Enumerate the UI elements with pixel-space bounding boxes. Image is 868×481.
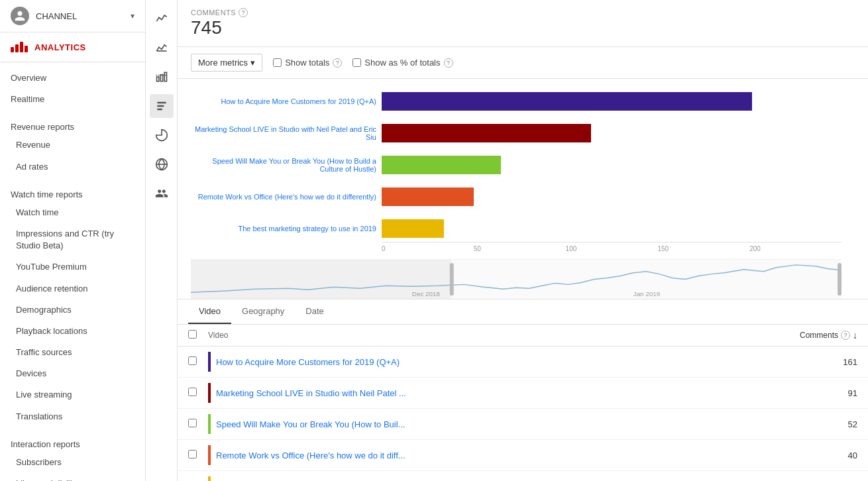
sidebar-item-likes-dislikes[interactable]: Likes and dislikes [0,473,145,481]
bar-container [382,219,841,238]
comments-col-help-icon[interactable]: ? [841,331,850,340]
x-tick-150: 150 [657,245,749,252]
bar-fill [382,92,752,111]
sidebar-item-revenue[interactable]: Revenue [0,134,145,156]
bar-link[interactable]: Marketing School LIVE in Studio with Nei… [195,125,376,141]
combo-chart-icon[interactable] [150,65,174,89]
bar-fill [382,156,501,174]
header-video-col: Video [208,331,800,340]
sidebar-item-playback-locations[interactable]: Playback locations [0,321,145,342]
bar-label: How to Acquire More Customers for 2019 (… [191,97,376,105]
sidebar-item-demographics[interactable]: Demographics [0,299,145,321]
sidebar-item-impressions-ctr[interactable]: Impressions and CTR (try Studio Beta) [0,223,145,256]
bar-chart-section: How to Acquire More Customers for 2019 (… [178,79,868,299]
bar-row: Marketing School LIVE in Studio with Nei… [191,124,841,142]
row-comments-value: 52 [818,419,857,429]
show-percent-checkbox[interactable] [353,58,361,67]
row-color-indicator [208,383,211,403]
x-tick-50: 50 [474,245,566,252]
header-checkbox-cell [188,330,208,341]
tab-geography[interactable]: Geography [231,299,295,324]
people-icon[interactable] [150,182,174,205]
table-row: Remote Work vs Office (Here's how we do … [178,440,868,471]
sidebar-item-realtime[interactable]: Realtime [0,89,145,110]
chevron-down-icon: ▾ [131,11,135,21]
bar-link[interactable]: Speed Will Make You or Break You (How to… [212,157,376,173]
tab-date[interactable]: Date [295,299,334,324]
bar-row: Remote Work vs Office (Here's how we do … [191,187,841,206]
content: COMMENTS ? 745 More metrics ▾ Show total… [178,0,868,481]
svg-rect-1 [156,77,158,81]
bar-link[interactable]: Remote Work vs Office (Here's how we do … [198,193,376,201]
bar-fill [382,187,474,206]
line-chart-icon[interactable] [150,7,174,30]
row-checkbox-1[interactable] [188,388,197,396]
row-video-link[interactable]: How to Acquire More Customers for 2019 (… [216,357,400,367]
row-checkbox-cell [188,356,208,367]
svg-rect-3 [164,72,166,81]
pie-chart-icon[interactable] [150,123,174,147]
channel-name: CHANNEL [36,11,124,21]
sidebar-item-overview[interactable]: Overview [0,68,145,89]
svg-rect-14 [838,263,841,295]
sidebar-item-revenue-reports[interactable]: Revenue reports [0,115,145,134]
bar-container [382,187,841,206]
show-percent-help-icon[interactable]: ? [444,58,453,68]
tab-video[interactable]: Video [188,299,231,324]
sidebar-item-watch-time-reports[interactable]: Watch time reports [0,183,145,202]
select-all-checkbox[interactable] [188,330,197,339]
bar-label: The best marketing strategy to use in 20… [191,225,376,233]
row-video-link[interactable]: Speed Will Make You or Break You (How to… [216,419,405,429]
sidebar: CHANNEL ▾ ANALYTICS Overview Realtime Re… [0,0,146,481]
dropdown-arrow-icon: ▾ [250,58,255,68]
x-tick-0: 0 [382,245,474,252]
bar-row: Speed Will Make You or Break You (How to… [191,156,841,174]
show-totals-checkbox[interactable] [273,58,282,67]
svg-text:Jan 2019: Jan 2019 [633,290,660,297]
row-color-indicator [208,476,211,481]
row-video-title: Marketing School LIVE in Studio with Nei… [216,388,818,398]
x-tick-100: 100 [566,245,658,252]
svg-rect-13 [450,263,454,295]
mini-chart: Dec 2018 Jan 2019 [191,259,841,299]
more-metrics-button[interactable]: More metrics ▾ [191,54,262,72]
sidebar-item-traffic-sources[interactable]: Traffic sources [0,342,145,363]
sidebar-item-live-streaming[interactable]: Live streaming [0,384,145,405]
sidebar-header[interactable]: CHANNEL ▾ [0,0,145,32]
bar-link[interactable]: How to Acquire More Customers for 2019 (… [221,97,376,105]
row-checkbox-3[interactable] [188,450,197,458]
header-comments-col[interactable]: Comments ? ↓ [800,330,857,341]
sidebar-item-translations[interactable]: Translations [0,406,145,427]
row-checkbox-0[interactable] [188,356,197,365]
sidebar-item-subscribers[interactable]: Subscribers [0,452,145,473]
sidebar-item-interaction-reports[interactable]: Interaction reports [0,433,145,452]
show-percent-label[interactable]: Show as % of totals ? [353,58,453,68]
sidebar-item-ad-rates[interactable]: Ad rates [0,156,145,178]
bar-label: Remote Work vs Office (Here's how we do … [191,193,376,201]
show-totals-help-icon[interactable]: ? [333,58,342,68]
row-color-indicator [208,414,211,434]
bar-chart-icon[interactable] [150,94,174,118]
table-section: Video Geography Date Video Comments ? ↓ [178,299,868,481]
sidebar-item-audience-retention[interactable]: Audience retention [0,278,145,299]
x-tick-200: 200 [749,245,841,252]
bar-fill [382,219,444,238]
table-row: The best marketing strategy to use in 20… [178,471,868,481]
area-chart-icon[interactable] [150,36,174,60]
row-video-link[interactable]: Remote Work vs Office (Here's how we do … [216,451,406,460]
bar-container [382,92,841,111]
sidebar-item-devices[interactable]: Devices [0,363,145,384]
bar-link[interactable]: The best marketing strategy to use in 20… [238,225,376,233]
show-totals-label[interactable]: Show totals ? [273,58,342,68]
row-comments-value: 40 [818,451,857,460]
stat-help-icon[interactable]: ? [239,8,248,17]
table-rows-container: How to Acquire More Customers for 2019 (… [178,347,868,481]
sort-desc-icon[interactable]: ↓ [853,330,857,341]
map-icon[interactable] [150,152,174,176]
bar-chart: How to Acquire More Customers for 2019 (… [191,92,841,238]
sidebar-item-watch-time[interactable]: Watch time [0,202,145,223]
sidebar-item-yt-premium[interactable]: YouTube Premium [0,256,145,278]
row-video-link[interactable]: Marketing School LIVE in Studio with Nei… [216,388,406,398]
row-checkbox-2[interactable] [188,419,197,427]
table-header: Video Comments ? ↓ [178,325,868,347]
